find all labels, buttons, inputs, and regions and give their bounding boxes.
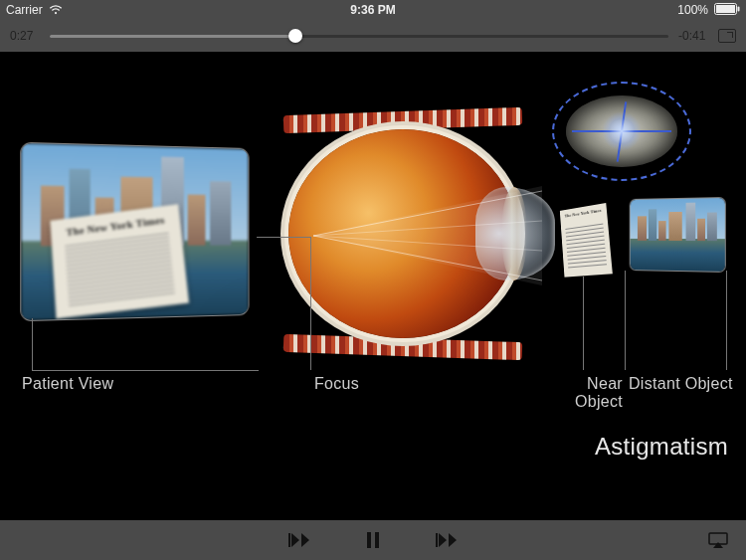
distant-object-label: Distant Object [629, 375, 733, 393]
battery-percent-label: 100% [677, 3, 708, 17]
clock-label: 9:36 PM [350, 3, 395, 17]
status-left: Carrier [6, 3, 63, 17]
scrubber-fill [50, 35, 295, 38]
airplay-button[interactable] [706, 528, 730, 552]
guideline [32, 370, 259, 371]
near-object-image [561, 205, 609, 277]
guideline [257, 237, 310, 238]
condition-title: Astigmatism [595, 433, 728, 461]
battery-icon [714, 3, 740, 18]
next-track-button[interactable] [435, 528, 459, 552]
distant-object-image [631, 198, 725, 272]
scrubber-track[interactable] [50, 35, 668, 38]
video-content: Patient View Focus Near Object Distant O… [0, 52, 746, 520]
guideline [310, 237, 311, 370]
guideline [726, 271, 727, 370]
cornea-detail-diagram [552, 82, 691, 181]
near-object-label: Near Object [537, 375, 623, 411]
newspaper-illustration [51, 205, 190, 319]
guideline [32, 318, 33, 370]
scrubber-thumb[interactable] [288, 29, 302, 43]
svg-rect-8 [367, 532, 371, 548]
remaining-time-label: -0:41 [678, 29, 708, 43]
status-bar: Carrier 9:36 PM 100% [0, 0, 746, 20]
player-controls [0, 520, 746, 560]
elapsed-time-label: 0:27 [10, 29, 40, 43]
guideline [583, 277, 584, 370]
patient-view-image [21, 143, 248, 320]
focus-label: Focus [314, 375, 359, 393]
eye-cross-section [288, 129, 517, 338]
eye-cornea [475, 187, 555, 280]
pause-button[interactable] [361, 528, 385, 552]
previous-track-button[interactable] [287, 528, 311, 552]
status-right: 100% [677, 3, 740, 18]
patient-view-label: Patient View [22, 375, 113, 393]
wifi-icon [49, 5, 63, 15]
scrubber-bar: 0:27 -0:41 [0, 20, 746, 52]
fullscreen-icon[interactable] [718, 29, 736, 43]
guideline [625, 271, 626, 370]
svg-rect-1 [716, 5, 735, 13]
carrier-label: Carrier [6, 3, 43, 17]
svg-rect-9 [375, 532, 379, 548]
cityscape-illustration [21, 143, 248, 320]
svg-rect-2 [738, 6, 740, 11]
